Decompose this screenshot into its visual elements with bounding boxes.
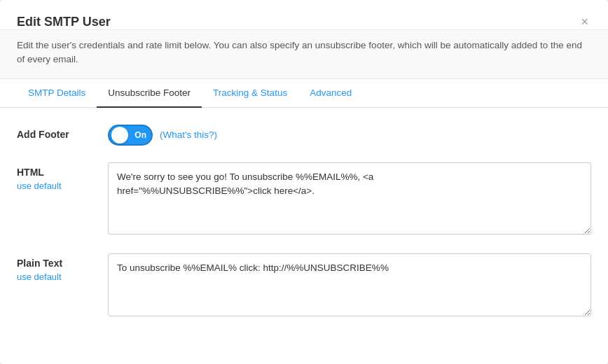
toggle-wrapper: On (What's this?) — [108, 125, 591, 146]
modal-description: Edit the user's credentials and rate lim… — [0, 29, 608, 79]
tabs-bar: SMTP Details Unsubscribe Footer Tracking… — [0, 79, 608, 108]
add-footer-control: On (What's this?) — [108, 125, 591, 146]
html-row: HTML use default — [17, 162, 591, 237]
modal-title: Edit SMTP User — [17, 15, 111, 29]
modal-body: Add Footer On (What's this?) HTML use de… — [0, 108, 608, 365]
tab-unsubscribe-footer[interactable]: Unsubscribe Footer — [97, 79, 202, 108]
plain-text-row: Plain Text use default — [17, 253, 591, 318]
tab-tracking-status[interactable]: Tracking & Status — [202, 79, 298, 108]
add-footer-label: Add Footer — [17, 129, 108, 140]
html-textarea[interactable] — [108, 162, 591, 234]
html-label-group: HTML use default — [17, 162, 108, 191]
close-button[interactable]: × — [578, 14, 591, 29]
toggle-knob — [111, 127, 128, 144]
add-footer-label-group: Add Footer — [17, 125, 108, 140]
whats-this-link[interactable]: (What's this?) — [160, 130, 217, 140]
plain-text-use-default-link[interactable]: use default — [17, 272, 108, 282]
html-use-default-link[interactable]: use default — [17, 181, 108, 191]
plain-text-label-group: Plain Text use default — [17, 253, 108, 282]
html-label: HTML — [17, 167, 108, 178]
add-footer-toggle[interactable]: On — [108, 125, 153, 146]
edit-smtp-user-modal: Edit SMTP User × Edit the user's credent… — [0, 0, 608, 364]
plain-text-label: Plain Text — [17, 258, 108, 269]
add-footer-row: Add Footer On (What's this?) — [17, 125, 591, 146]
plain-text-control — [108, 253, 591, 318]
tab-advanced[interactable]: Advanced — [298, 79, 363, 108]
plain-text-textarea[interactable] — [108, 253, 591, 316]
tab-smtp-details[interactable]: SMTP Details — [17, 79, 97, 108]
toggle-on-label: On — [134, 130, 146, 140]
modal-header: Edit SMTP User × — [0, 0, 608, 29]
html-control — [108, 162, 591, 237]
